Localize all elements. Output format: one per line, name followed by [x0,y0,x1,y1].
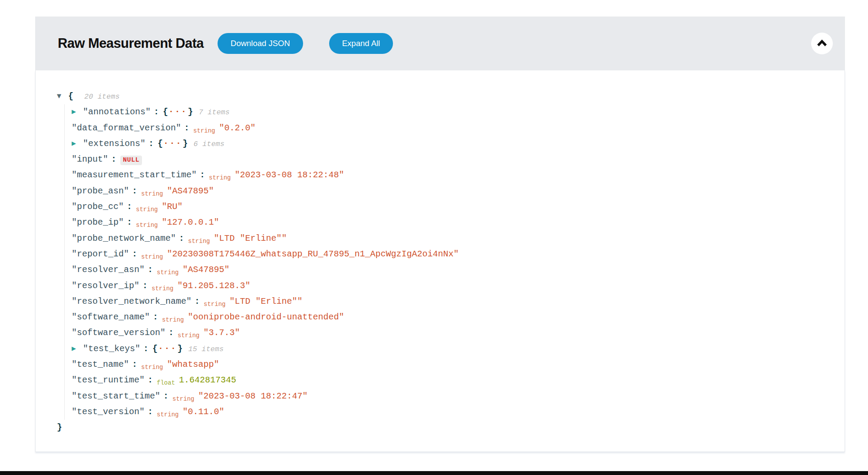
json-row-test_version: "test_version":string"0.11.0" [72,404,836,420]
colon: : [148,407,153,417]
colon: : [184,123,189,133]
json-row-extensions[interactable]: ▶"extensions":{...}6 items [72,136,836,152]
expand-arrow-icon[interactable]: ▶ [72,136,83,151]
json-value: "0.2.0" [219,123,255,133]
json-row-test_runtime: "test_runtime":float1.642817345 [72,372,836,388]
json-value: "2023-03-08 18:22:47" [198,391,307,401]
type-label: string [178,332,199,339]
json-key: "test_keys" [83,344,140,354]
type-label: float [157,379,175,386]
json-key: "software_name" [72,312,150,322]
json-value: "LTD "Erline"" [229,296,302,306]
json-value: "LTD "Erline"" [214,233,287,243]
type-label: string [141,253,163,260]
json-value: "127.0.0.1" [162,217,219,227]
colon: : [132,249,137,259]
json-value: "whatsapp" [167,359,219,369]
json-row-resolver_asn: "resolver_asn":string"AS47895" [72,262,836,278]
json-key: "probe_asn" [72,186,129,196]
download-json-button[interactable]: Download JSON [218,33,303,54]
json-row-software_version: "software_version":string"3.7.3" [72,325,836,341]
colon: : [195,296,200,306]
expand-all-button[interactable]: Expand All [329,33,393,54]
json-row-probe_ip: "probe_ip":string"127.0.0.1" [72,215,836,230]
type-label: string [157,269,178,276]
json-root-row[interactable]: ▼{ 20 items [57,89,836,104]
colon: : [142,281,148,291]
json-value: "ooniprobe-android-unattended" [188,312,344,322]
json-row-probe_network_name: "probe_network_name":string"LTD "Erline"… [72,231,836,246]
type-label: string [136,222,158,229]
collapsed-object[interactable]: {...} [163,107,193,117]
json-row-resolver_network_name: "resolver_network_name":string"LTD "Erli… [72,294,836,309]
json-key: "probe_network_name" [72,233,176,243]
json-key: "probe_cc" [72,202,124,212]
type-label: string [204,301,225,308]
type-label: string [157,411,178,418]
open-brace: { [68,91,73,101]
json-value: 1.642817345 [179,375,236,385]
json-key: "extensions" [83,139,145,149]
json-row-test_keys[interactable]: ▶"test_keys":{...}15 items [72,341,836,357]
expand-arrow-icon[interactable]: ▶ [72,341,83,356]
json-value: "AS47895" [167,186,214,196]
collapsed-object[interactable]: {...} [158,139,188,149]
json-key: "input" [72,154,108,164]
json-key: "software_version" [72,328,165,338]
json-key: "resolver_network_name" [72,296,191,306]
colon: : [163,391,168,401]
panel-header: Raw Measurement Data Download JSON Expan… [35,17,845,70]
json-value: "RU" [162,202,182,212]
json-row-test_start_time: "test_start_time":string"2023-03-08 18:2… [72,389,836,404]
colon: : [153,312,158,322]
page-title: Raw Measurement Data [58,36,204,51]
type-label: string [193,127,215,134]
type-label: string [141,364,163,371]
json-row-report_id: "report_id":string"20230308T175446Z_what… [72,246,836,262]
item-count: 6 items [194,140,224,148]
json-row-data_format_version: "data_format_version":string"0.2.0" [72,120,836,136]
json-key: "test_start_time" [72,391,160,401]
collapse-arrow-icon[interactable]: ▼ [57,88,68,104]
type-label: string [141,190,163,197]
json-value: "20230308T175446Z_whatsapp_RU_47895_n1_A… [167,249,459,259]
json-row-measurement_start_time: "measurement_start_time":string"2023-03-… [72,167,836,183]
colon: : [168,328,174,338]
colon: : [149,139,154,149]
chevron-up-icon [816,38,828,49]
json-key: "probe_ip" [72,217,124,227]
json-row-input: "input":NULL [72,152,836,167]
type-label: string [152,285,173,292]
json-value: "3.7.3" [203,328,240,338]
expand-arrow-icon[interactable]: ▶ [72,104,83,120]
null-badge: NULL [120,156,142,165]
close-brace: } [57,422,62,432]
colon: : [154,107,159,117]
json-key: "resolver_ip" [72,281,139,291]
colon: : [127,217,132,227]
json-row-resolver_ip: "resolver_ip":string"91.205.128.3" [72,278,836,294]
json-key: "test_runtime" [72,375,145,385]
collapsed-object[interactable]: {...} [152,344,183,354]
json-key: "data_format_version" [72,123,181,133]
colon: : [127,202,132,212]
root-item-count: 20 items [84,93,120,101]
json-viewer: ▼{ 20 items ▶"annotations":{...}7 items"… [57,89,836,436]
raw-measurement-panel: Raw Measurement Data Download JSON Expan… [35,17,845,452]
type-label: string [136,206,158,213]
json-rows: ▶"annotations":{...}7 items"data_format_… [64,104,836,420]
json-row-test_name: "test_name":string"whatsapp" [72,357,836,372]
item-count: 15 items [188,345,224,353]
json-row-probe_asn: "probe_asn":string"AS47895" [72,183,836,199]
bottom-bar [0,471,868,475]
colon: : [200,170,205,180]
type-label: string [172,395,194,402]
json-key: "annotations" [83,107,151,117]
colon: : [179,233,184,243]
json-row-annotations[interactable]: ▶"annotations":{...}7 items [72,104,836,120]
panel-body: ▼{ 20 items ▶"annotations":{...}7 items"… [35,70,845,452]
json-value: "91.205.128.3" [177,281,250,291]
colon: : [148,375,153,385]
json-key: "measurement_start_time" [72,170,197,180]
collapse-section-button[interactable] [811,33,833,54]
